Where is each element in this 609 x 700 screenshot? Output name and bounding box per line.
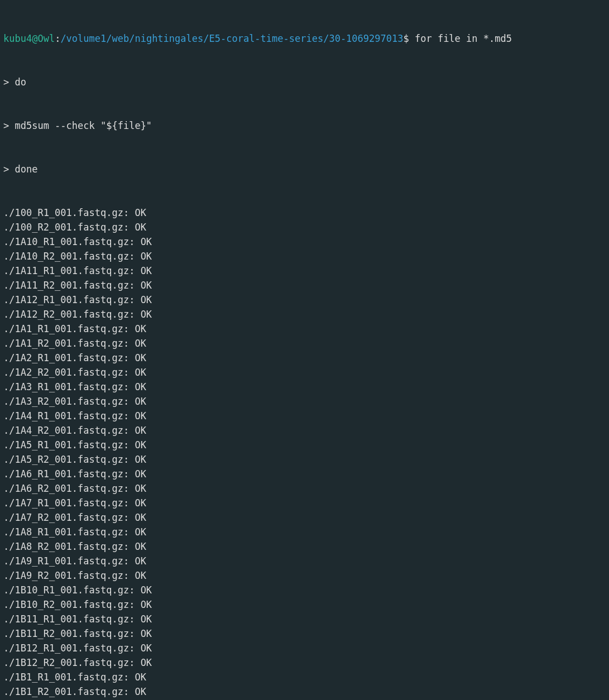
output-line: ./1B10_R2_001.fastq.gz: OK xyxy=(3,597,606,612)
output-line: ./1A7_R1_001.fastq.gz: OK xyxy=(3,496,606,510)
output-line: ./1A5_R2_001.fastq.gz: OK xyxy=(3,452,606,467)
output-line: ./1B11_R2_001.fastq.gz: OK xyxy=(3,626,606,641)
output-line: ./1A6_R1_001.fastq.gz: OK xyxy=(3,467,606,481)
output-line: ./1A10_R2_001.fastq.gz: OK xyxy=(3,249,606,263)
output-line: ./1A12_R2_001.fastq.gz: OK xyxy=(3,307,606,322)
output-line: ./1A1_R1_001.fastq.gz: OK xyxy=(3,322,606,336)
output-line: ./1A4_R1_001.fastq.gz: OK xyxy=(3,409,606,423)
output-line: ./1A6_R2_001.fastq.gz: OK xyxy=(3,481,606,496)
terminal[interactable]: kubu4@Owl:/volume1/web/nightingales/E5-c… xyxy=(0,0,609,700)
prompt-path: /volume1/web/nightingales/E5-coral-time-… xyxy=(60,33,403,44)
output-line: ./1A8_R2_001.fastq.gz: OK xyxy=(3,539,606,554)
output-line: ./100_R1_001.fastq.gz: OK xyxy=(3,205,606,220)
output-line: ./1B12_R1_001.fastq.gz: OK xyxy=(3,641,606,655)
output-line: ./1B11_R1_001.fastq.gz: OK xyxy=(3,612,606,626)
output-line: ./1A8_R1_001.fastq.gz: OK xyxy=(3,525,606,539)
output-line: ./1A7_R2_001.fastq.gz: OK xyxy=(3,510,606,525)
output-line: ./1B1_R1_001.fastq.gz: OK xyxy=(3,670,606,684)
output-line: ./1A5_R1_001.fastq.gz: OK xyxy=(3,438,606,452)
prompt-dollar: $ xyxy=(403,33,414,44)
output-line: ./1B1_R2_001.fastq.gz: OK xyxy=(3,684,606,699)
output-line: ./1A11_R2_001.fastq.gz: OK xyxy=(3,278,606,293)
output-line: ./1A11_R1_001.fastq.gz: OK xyxy=(3,263,606,278)
output-line: ./1A12_R1_001.fastq.gz: OK xyxy=(3,293,606,307)
prompt-colon: : xyxy=(55,33,60,44)
output-line: ./1B12_R2_001.fastq.gz: OK xyxy=(3,655,606,670)
prompt-line: kubu4@Owl:/volume1/web/nightingales/E5-c… xyxy=(3,31,606,46)
output-line: ./1A3_R2_001.fastq.gz: OK xyxy=(3,394,606,409)
command-text: for file in *.md5 xyxy=(415,33,512,44)
command-continuation: > do xyxy=(3,75,606,89)
command-continuation: > md5sum --check "${file}" xyxy=(3,118,606,133)
output-line: ./1B10_R1_001.fastq.gz: OK xyxy=(3,583,606,597)
output-line: ./1A4_R2_001.fastq.gz: OK xyxy=(3,423,606,438)
output-line: ./100_R2_001.fastq.gz: OK xyxy=(3,220,606,234)
output-line: ./1A2_R2_001.fastq.gz: OK xyxy=(3,365,606,380)
command-continuation: > done xyxy=(3,162,606,176)
output-line: ./1A9_R1_001.fastq.gz: OK xyxy=(3,554,606,568)
output-line: ./1A10_R1_001.fastq.gz: OK xyxy=(3,234,606,249)
output-line: ./1A9_R2_001.fastq.gz: OK xyxy=(3,568,606,583)
output-line: ./1A1_R2_001.fastq.gz: OK xyxy=(3,336,606,351)
output-block: ./100_R1_001.fastq.gz: OK./100_R2_001.fa… xyxy=(3,205,606,700)
output-line: ./1A2_R1_001.fastq.gz: OK xyxy=(3,351,606,365)
output-line: ./1A3_R1_001.fastq.gz: OK xyxy=(3,380,606,394)
prompt-user-host: kubu4@Owl xyxy=(3,33,55,44)
